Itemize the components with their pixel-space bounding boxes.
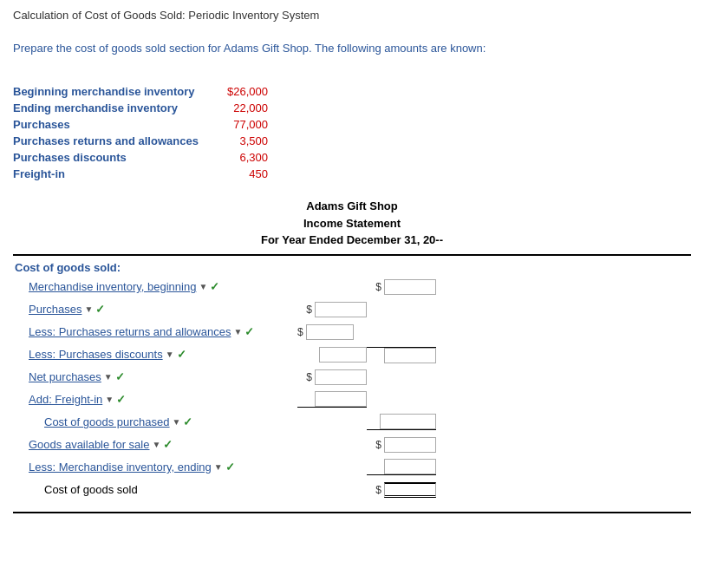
list-item: Purchases 77,000 xyxy=(13,116,273,133)
less-returns-input[interactable] xyxy=(306,324,354,340)
freight-arrow[interactable]: ▼ xyxy=(105,395,114,404)
dollar-sign: $ xyxy=(375,281,381,293)
dollar-sign: $ xyxy=(375,439,381,451)
row-less-returns: Less: Purchases returns and allowances ▼… xyxy=(13,323,691,342)
subtitle: Prepare the cost of goods sold section f… xyxy=(13,42,691,55)
goods-available-dropdown[interactable]: Goods available for sale xyxy=(29,438,149,451)
less-returns-check: ✓ xyxy=(244,325,254,338)
list-item: Beginning merchandise inventory $26,000 xyxy=(13,83,273,100)
less-discounts-arrow[interactable]: ▼ xyxy=(166,350,174,359)
less-returns-arrow[interactable]: ▼ xyxy=(233,327,242,336)
less-discounts-input1[interactable] xyxy=(319,347,367,363)
freight-input[interactable] xyxy=(315,391,367,407)
purchases-input[interactable] xyxy=(315,302,367,317)
cost-goods-sold-label: Cost of goods sold xyxy=(44,483,138,496)
company-name: Adams Gift Shop xyxy=(13,198,691,215)
row-goods-available: Goods available for sale ▼ ✓ $ xyxy=(13,435,691,454)
cost-goods-purchased-input[interactable] xyxy=(380,414,436,429)
amount-label: Freight-in xyxy=(13,166,221,182)
goods-available-arrow[interactable]: ▼ xyxy=(152,440,160,449)
merch-inv-beg-dropdown[interactable]: Merchandise inventory, beginning xyxy=(29,280,196,293)
row-freight: Add: Freight-in ▼ ✓ xyxy=(13,390,691,409)
list-item: Purchases discounts 6,300 xyxy=(13,149,273,166)
amount-label: Beginning merchandise inventory xyxy=(13,83,221,100)
goods-available-input[interactable] xyxy=(384,437,436,453)
page-title: Calculation of Cost of Goods Sold: Perio… xyxy=(13,9,691,22)
report-period: For Year Ended December 31, 20-- xyxy=(13,232,691,249)
row-purchases: Purchases ▼ ✓ $ xyxy=(13,300,691,319)
amount-value: 3,500 xyxy=(221,133,273,149)
merch-inv-beg-check: ✓ xyxy=(210,280,219,293)
amount-label: Ending merchandise inventory xyxy=(13,100,221,116)
dollar-sign: $ xyxy=(375,484,381,496)
amount-value: $26,000 xyxy=(221,83,273,100)
amount-label: Purchases discounts xyxy=(13,149,221,166)
known-amounts-section: Beginning merchandise inventory $26,000 … xyxy=(13,83,691,182)
amount-value: 6,300 xyxy=(221,149,273,166)
net-purchases-check: ✓ xyxy=(115,370,125,383)
list-item: Purchases returns and allowances 3,500 xyxy=(13,133,273,149)
purchases-dropdown[interactable]: Purchases xyxy=(29,303,81,316)
report-header: Adams Gift Shop Income Statement For Yea… xyxy=(13,198,691,249)
less-discounts-dropdown[interactable]: Less: Purchases discounts xyxy=(29,348,163,361)
amount-label: Purchases xyxy=(13,116,221,133)
less-ending-check: ✓ xyxy=(225,461,235,474)
row-merch-inv-beg: Merchandise inventory, beginning ▼ ✓ $ xyxy=(13,278,691,297)
merch-inv-beg-arrow[interactable]: ▼ xyxy=(199,282,207,291)
less-discounts-check: ✓ xyxy=(177,348,186,361)
amount-value: 77,000 xyxy=(221,116,273,133)
row-less-ending: Less: Merchandise inventory, ending ▼ ✓ xyxy=(13,458,691,477)
row-cost-goods-sold: Cost of goods sold $ xyxy=(13,480,691,500)
less-ending-dropdown[interactable]: Less: Merchandise inventory, ending xyxy=(29,461,212,474)
goods-available-check: ✓ xyxy=(163,438,173,451)
purchases-check: ✓ xyxy=(95,303,105,316)
less-discounts-input2[interactable] xyxy=(384,348,436,363)
dollar-sign: $ xyxy=(306,304,312,316)
dollar-sign: $ xyxy=(297,326,303,338)
freight-dropdown[interactable]: Add: Freight-in xyxy=(29,393,102,406)
amount-label: Purchases returns and allowances xyxy=(13,133,221,149)
row-less-discounts: Less: Purchases discounts ▼ ✓ xyxy=(13,345,691,364)
statement-type: Income Statement xyxy=(13,215,691,232)
section-label: Cost of goods sold: xyxy=(13,261,691,274)
cost-goods-sold-input[interactable] xyxy=(384,482,436,498)
row-cost-goods-purchased: Cost of goods purchased ▼ ✓ xyxy=(13,413,691,432)
amount-value: 450 xyxy=(221,166,273,182)
purchases-arrow[interactable]: ▼ xyxy=(84,304,93,314)
amount-value: 22,000 xyxy=(221,100,273,116)
row-net-purchases: Net purchases ▼ ✓ $ xyxy=(13,368,691,387)
cost-goods-purchased-check: ✓ xyxy=(183,415,192,428)
net-purchases-arrow[interactable]: ▼ xyxy=(104,372,113,382)
net-purchases-input[interactable] xyxy=(315,369,367,385)
less-returns-dropdown[interactable]: Less: Purchases returns and allowances xyxy=(29,325,231,338)
report-form: Cost of goods sold: Merchandise inventor… xyxy=(13,254,691,513)
net-purchases-dropdown[interactable]: Net purchases xyxy=(29,370,101,383)
cost-goods-purchased-arrow[interactable]: ▼ xyxy=(173,417,181,427)
less-ending-input[interactable] xyxy=(384,459,436,474)
less-ending-arrow[interactable]: ▼ xyxy=(214,462,223,472)
cost-goods-purchased-dropdown[interactable]: Cost of goods purchased xyxy=(44,415,170,428)
freight-check: ✓ xyxy=(116,393,126,406)
dollar-sign: $ xyxy=(306,371,312,383)
merch-inv-beg-input[interactable] xyxy=(384,279,436,295)
list-item: Ending merchandise inventory 22,000 xyxy=(13,100,273,116)
list-item: Freight-in 450 xyxy=(13,166,273,182)
